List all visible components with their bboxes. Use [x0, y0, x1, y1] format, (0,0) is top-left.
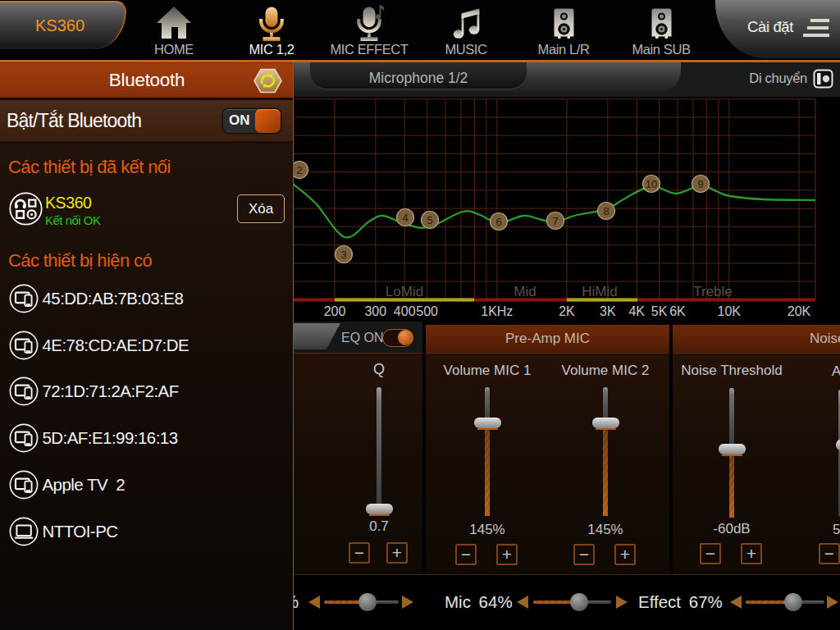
- svg-text:9: 9: [697, 178, 703, 190]
- svg-text:6K: 6K: [669, 304, 686, 318]
- svg-text:Treble: Treble: [693, 284, 733, 299]
- svg-text:3: 3: [340, 249, 346, 261]
- svg-text:LoMid: LoMid: [386, 284, 423, 299]
- svg-text:Mid: Mid: [514, 284, 536, 299]
- svg-text:1KHz: 1KHz: [481, 304, 513, 318]
- svg-text:2K: 2K: [559, 304, 575, 318]
- svg-text:2: 2: [296, 164, 302, 176]
- svg-text:3K: 3K: [600, 304, 616, 318]
- svg-text:400: 400: [394, 304, 416, 318]
- svg-text:500: 500: [416, 304, 438, 318]
- svg-text:20K: 20K: [788, 304, 811, 318]
- svg-text:10K: 10K: [718, 304, 742, 318]
- svg-text:5: 5: [427, 214, 432, 226]
- svg-text:300: 300: [364, 304, 386, 318]
- svg-text:10: 10: [646, 178, 657, 190]
- svg-text:5K: 5K: [651, 304, 668, 318]
- svg-text:8: 8: [603, 205, 609, 217]
- svg-text:HiMid: HiMid: [582, 284, 617, 299]
- svg-text:6: 6: [495, 216, 501, 228]
- svg-text:7: 7: [552, 215, 558, 227]
- svg-text:4K: 4K: [628, 304, 645, 318]
- svg-text:4: 4: [402, 212, 408, 224]
- svg-text:200: 200: [324, 304, 346, 318]
